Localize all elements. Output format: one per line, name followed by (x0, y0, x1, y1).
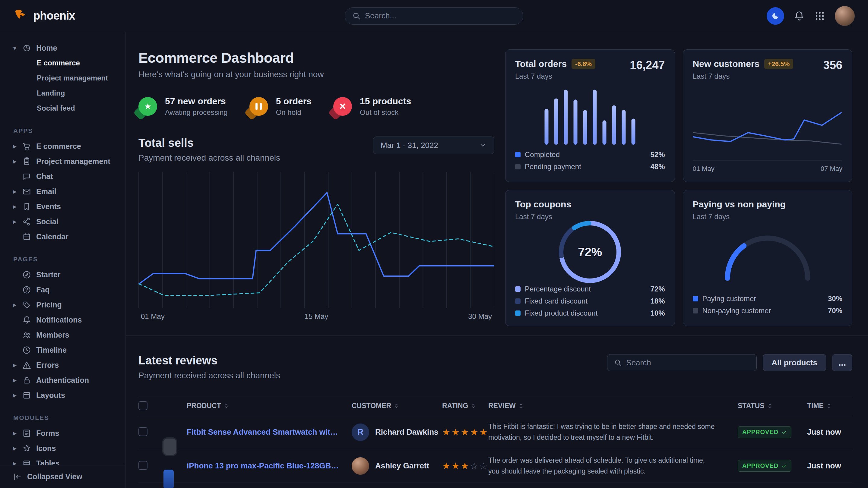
notifications-button[interactable] (794, 10, 805, 22)
sidebar-item-landing[interactable]: Landing (0, 86, 125, 101)
date-range-select[interactable]: Mar 1 - 31, 2022 (373, 136, 494, 154)
select-all-checkbox[interactable] (138, 401, 148, 410)
sidebar-item-project-management[interactable]: Project management (0, 70, 125, 86)
reviews-search[interactable] (607, 354, 757, 371)
search-icon (352, 12, 361, 20)
sidebar-item-faq[interactable]: Faq (0, 282, 125, 297)
dashboard-left-column: Ecommerce Dashboard Here's what's going … (138, 50, 494, 335)
card-title: Paying vs non paying (693, 199, 786, 209)
sidebar-item-label: Authentication (36, 376, 89, 385)
sidebar-item-social[interactable]: ▸ Social (0, 214, 125, 229)
legend-label: Non-paying customer (703, 306, 771, 315)
stat-caption: Out of stock (360, 108, 411, 117)
sidebar-item-project-management[interactable]: ▸ Project management (0, 154, 125, 169)
reviews-search-input[interactable] (626, 358, 750, 367)
row-checkbox[interactable] (138, 461, 148, 470)
card-period: Last 7 days (693, 213, 786, 221)
column-header-rating[interactable]: RATING (442, 402, 488, 410)
sidebar-item-label: Forms (36, 429, 59, 438)
chevron-right-icon: ▸ (13, 301, 22, 308)
sidebar-item-members[interactable]: Members (0, 327, 125, 343)
sidebar-item-home[interactable]: ▾ Home (0, 40, 125, 56)
chevron-right-icon: ▸ (13, 142, 22, 150)
navbar-actions (767, 6, 855, 26)
clock-icon (22, 346, 36, 355)
more-options-button[interactable]: ... (832, 354, 852, 371)
chevron-right-icon: ▸ (13, 429, 22, 437)
card-value: 356 (824, 59, 842, 80)
column-header-product[interactable]: PRODUCT (187, 402, 352, 410)
sidebar-item-timeline[interactable]: Timeline (0, 343, 125, 357)
sidebar-item-starter[interactable]: Starter (0, 267, 125, 282)
new-customers-card: New customers +26.5% Last 7 days 356 01 … (683, 50, 852, 182)
reviews-title: Latest reviews (138, 354, 280, 367)
collapsed-view-label: Collapsed View (27, 472, 82, 481)
stat-caption: On hold (276, 108, 312, 117)
row-checkbox[interactable] (138, 427, 148, 436)
bell-icon (794, 10, 805, 22)
sidebar-item-events[interactable]: ▸ Events (0, 199, 125, 214)
column-header-time[interactable]: TIME (807, 402, 856, 410)
collapse-icon (13, 473, 22, 481)
total-orders-card: Total orders -6.8% Last 7 days 16,247 Co… (505, 50, 675, 182)
legend-swatch (515, 311, 521, 316)
brand[interactable]: phoenix (13, 8, 75, 24)
column-header-customer[interactable]: CUSTOMER (352, 402, 442, 410)
product-link[interactable]: iPhone 13 pro max-Pacific Blue-128GB sto… (187, 461, 352, 470)
quick-stats: ★ 57 new orders Awating processing 5 ord… (138, 96, 494, 117)
card-period: Last 7 days (515, 213, 571, 221)
sidebar-item-notifications[interactable]: Notifications (0, 312, 125, 327)
sidebar-item-chat[interactable]: Chat (0, 169, 125, 184)
card-period: Last 7 days (515, 72, 595, 80)
user-avatar[interactable] (835, 6, 855, 26)
stat-value: 5 orders (276, 96, 312, 106)
sidebar-item-email[interactable]: ▸ Email (0, 184, 125, 199)
total-sells-x-axis: 01 May15 May30 May (138, 312, 494, 321)
theme-toggle-button[interactable] (767, 7, 784, 25)
sidebar-item-authentication[interactable]: ▸ Authentication (0, 372, 125, 388)
review-text: The order was delivered ahead of schedul… (488, 455, 738, 477)
reviews-table: PRODUCT CUSTOMER RATING REVIEW STATUS TI… (138, 396, 852, 488)
sidebar-item-calendar[interactable]: Calendar (0, 229, 125, 244)
table-body: Fitbit Sense Advanced Smartwatch with To… (138, 415, 852, 488)
share-icon (22, 217, 36, 226)
card-title: Top coupons (515, 199, 571, 209)
sidebar-item-pricing[interactable]: ▸ Pricing (0, 297, 125, 312)
sidebar-item-tables[interactable]: ▸ Tables (0, 456, 125, 465)
sidebar-item-e-commerce[interactable]: E commerce (0, 56, 125, 70)
legend-item-completed: Completed 52% (515, 149, 665, 161)
sort-icon (471, 403, 476, 409)
product-link[interactable]: Fitbit Sense Advanced Smartwatch with To… (187, 427, 352, 437)
sidebar-item-e-commerce[interactable]: ▸ E commerce (0, 139, 125, 154)
sidebar-item-icons[interactable]: ▸ Icons (0, 441, 125, 456)
column-header-review[interactable]: REVIEW (488, 402, 738, 410)
sidebar-item-errors[interactable]: ▸ Errors (0, 357, 125, 372)
legend-label: Fixed product discount (525, 309, 597, 317)
sidebar-item-social-feed[interactable]: Social feed (0, 101, 125, 116)
legend-item-non-paying-customer: Non-paying customer 70% (693, 305, 843, 317)
legend-value: 72% (650, 285, 665, 293)
legend-item-pending-payment: Pending payment 48% (515, 161, 665, 173)
sidebar-item-forms[interactable]: ▸ Forms (0, 426, 125, 441)
chevron-right-icon: ▸ (13, 218, 22, 225)
collapsed-view-toggle[interactable]: Collapsed View (0, 465, 125, 488)
sidebar-item-layouts[interactable]: ▸ Layouts (0, 388, 125, 403)
orders-bar-chart (540, 85, 640, 145)
apps-grid-button[interactable] (814, 10, 825, 22)
status-badge: APPROVED (738, 426, 792, 438)
global-search[interactable] (345, 7, 523, 25)
x-tick-label: 15 May (305, 312, 329, 321)
column-header-status[interactable]: STATUS (738, 402, 807, 410)
question-icon (22, 286, 36, 294)
latest-reviews-section: Latest reviews Payment received across a… (126, 335, 868, 488)
sidebar-item-label: Events (36, 202, 61, 211)
delta-badge: +26.5% (764, 59, 793, 69)
legend-item-paying-customer: Paying customer 30% (693, 293, 843, 305)
bookmark-icon (22, 202, 36, 211)
all-products-button[interactable]: All products (763, 354, 826, 371)
pie-icon (22, 44, 36, 53)
customer-name: Ashley Garrett (375, 461, 429, 470)
sidebar-item-label: Starter (36, 270, 61, 279)
dashboard-section: Ecommerce Dashboard Here's what's going … (126, 32, 868, 335)
global-search-input[interactable] (365, 11, 516, 21)
